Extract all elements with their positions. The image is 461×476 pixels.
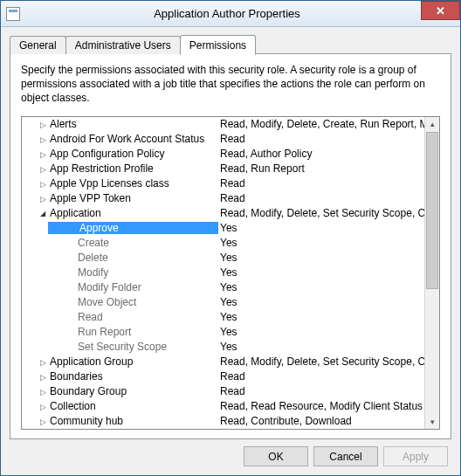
tree-row-label: Collection xyxy=(48,400,218,412)
tree-child-label: Move Object xyxy=(48,296,218,308)
tree-row-value: Read, Modify, Delete, Create, Run Report… xyxy=(218,118,424,130)
ok-button[interactable]: OK xyxy=(244,446,308,466)
chevron-right-icon xyxy=(40,372,46,382)
vertical-scrollbar[interactable]: ▴ ▾ xyxy=(424,117,439,429)
tree-row[interactable]: BoundariesRead xyxy=(22,369,424,384)
tab-general[interactable]: General xyxy=(10,36,66,54)
tree-row[interactable]: AlertsRead, Modify, Delete, Create, Run … xyxy=(22,117,424,132)
expand-icon[interactable] xyxy=(38,135,48,144)
apply-button[interactable]: Apply xyxy=(383,446,448,466)
window-title: Application Author Properties xyxy=(20,7,460,20)
scroll-thumb[interactable] xyxy=(426,132,438,289)
tree-child-value: Yes xyxy=(218,326,424,338)
dialog-window: Application Author Properties ✕ General … xyxy=(0,0,461,476)
collapse-icon[interactable]: ◢ xyxy=(38,210,48,217)
tree-row[interactable]: App Restriction ProfileRead, Run Report xyxy=(22,162,424,176)
tree-child-value: Yes xyxy=(218,237,424,249)
chevron-right-icon xyxy=(40,179,46,189)
tree-row[interactable]: CollectionRead, Read Resource, Modify Cl… xyxy=(22,399,424,414)
chevron-right-icon xyxy=(40,387,46,397)
tree-row-label: Application xyxy=(48,207,218,219)
tree-row[interactable]: App Configuration PolicyRead, Author Pol… xyxy=(22,147,424,162)
tree-row-label: Alerts xyxy=(48,118,218,130)
tree-child-row[interactable]: Move ObjectYes xyxy=(22,295,424,310)
tree-child-label: Delete xyxy=(48,252,218,264)
expand-icon[interactable] xyxy=(38,120,48,129)
tree-row-label: App Configuration Policy xyxy=(48,148,218,160)
tree-row-value: Read, Modify, Delete, Set Security Scope… xyxy=(218,355,424,368)
cancel-button[interactable]: Cancel xyxy=(313,446,378,466)
tree-row[interactable]: ◢ApplicationRead, Modify, Delete, Set Se… xyxy=(22,206,424,221)
tree-child-label: Run Report xyxy=(48,326,218,338)
tree-row-value: Read, Author Policy xyxy=(218,148,424,160)
expand-icon[interactable] xyxy=(38,402,48,411)
tree-row-value: Read, Contribute, Download xyxy=(218,415,424,427)
tree-row-value: Read xyxy=(218,370,424,383)
close-icon: ✕ xyxy=(436,4,445,17)
tree-row-label: Application Group xyxy=(48,355,218,368)
content-area: General Administrative Users Permissions… xyxy=(1,27,460,475)
tree-row-label: Apple VPP Token xyxy=(48,192,218,204)
scroll-up-button[interactable]: ▴ xyxy=(425,117,439,132)
tree-child-row[interactable]: Modify FolderYes xyxy=(22,280,424,295)
tree-child-row[interactable]: ApproveYes xyxy=(22,221,424,236)
tree-child-label: Create xyxy=(48,237,218,249)
tree-row-label: App Restriction Profile xyxy=(48,162,218,175)
tree-child-row[interactable]: Run ReportYes xyxy=(22,325,424,340)
tree-child-label: Modify Folder xyxy=(48,281,218,293)
title-bar[interactable]: Application Author Properties ✕ xyxy=(1,1,460,27)
tree-child-value: Yes xyxy=(218,281,424,293)
tree-row[interactable]: Apple Vpp Licenses classRead xyxy=(22,176,424,191)
tree-row-value: Read, Modify, Delete, Set Security Scope… xyxy=(218,207,424,219)
tab-panel-permissions: Specify the permissions associated with … xyxy=(10,53,451,439)
tree-row-value: Read xyxy=(218,133,424,145)
panel-description: Specify the permissions associated with … xyxy=(21,63,440,106)
tree-child-label: Modify xyxy=(48,266,218,279)
tree-row[interactable]: Apple VPP TokenRead xyxy=(22,191,424,206)
close-button[interactable]: ✕ xyxy=(421,1,460,20)
tab-administrative-users[interactable]: Administrative Users xyxy=(65,36,181,54)
permissions-tree[interactable]: AlertsRead, Modify, Delete, Create, Run … xyxy=(21,116,440,430)
expand-icon[interactable] xyxy=(38,194,48,204)
scroll-down-button[interactable]: ▾ xyxy=(425,414,439,429)
tree-row-value: Read, Read Resource, Modify Client Statu… xyxy=(218,400,424,412)
chevron-right-icon xyxy=(40,417,46,426)
expand-icon[interactable] xyxy=(38,372,48,382)
button-bar: OK Cancel Apply xyxy=(10,439,451,470)
tree-row-label: Boundary Group xyxy=(48,385,218,397)
expand-icon[interactable] xyxy=(38,179,48,189)
tree-row[interactable]: Community hubRead, Contribute, Download xyxy=(22,414,424,429)
tab-strip: General Administrative Users Permissions xyxy=(10,34,451,54)
chevron-right-icon xyxy=(40,194,46,204)
tree-child-row[interactable]: Set Security ScopeYes xyxy=(22,340,424,355)
expand-icon[interactable] xyxy=(38,387,48,397)
tree-row-label: Community hub xyxy=(48,415,218,427)
tree-row[interactable]: Application GroupRead, Modify, Delete, S… xyxy=(22,355,424,369)
chevron-right-icon xyxy=(40,402,46,411)
tree-child-value: Yes xyxy=(218,252,424,264)
expand-icon[interactable] xyxy=(38,149,48,159)
tree-row-label: Apple Vpp Licenses class xyxy=(48,177,218,190)
expand-icon[interactable] xyxy=(38,357,48,367)
chevron-right-icon xyxy=(40,357,46,367)
tree-child-value: Yes xyxy=(218,341,424,353)
system-icon xyxy=(6,7,20,21)
chevron-right-icon xyxy=(40,135,46,144)
expand-icon[interactable] xyxy=(38,164,48,174)
expand-icon[interactable] xyxy=(38,417,48,426)
tree-row-value: Read xyxy=(218,177,424,190)
tree-row-value: Read xyxy=(218,192,424,204)
tab-permissions[interactable]: Permissions xyxy=(180,35,256,55)
tree-child-value: Yes xyxy=(218,266,424,279)
tree-child-row[interactable]: ModifyYes xyxy=(22,266,424,280)
tree-child-row[interactable]: CreateYes xyxy=(22,236,424,251)
tree-child-value: Yes xyxy=(218,296,424,308)
tree-row-value: Read xyxy=(218,385,424,397)
tree-row-value: Read, Run Report xyxy=(218,162,424,175)
tree-row[interactable]: Android For Work Account StatusRead xyxy=(22,132,424,147)
tree-child-label: Set Security Scope xyxy=(48,341,218,353)
tree-child-row[interactable]: DeleteYes xyxy=(22,251,424,266)
tree-row[interactable]: Boundary GroupRead xyxy=(22,384,424,399)
tree-child-row[interactable]: ReadYes xyxy=(22,310,424,325)
tree-row-label: Boundaries xyxy=(48,370,218,383)
